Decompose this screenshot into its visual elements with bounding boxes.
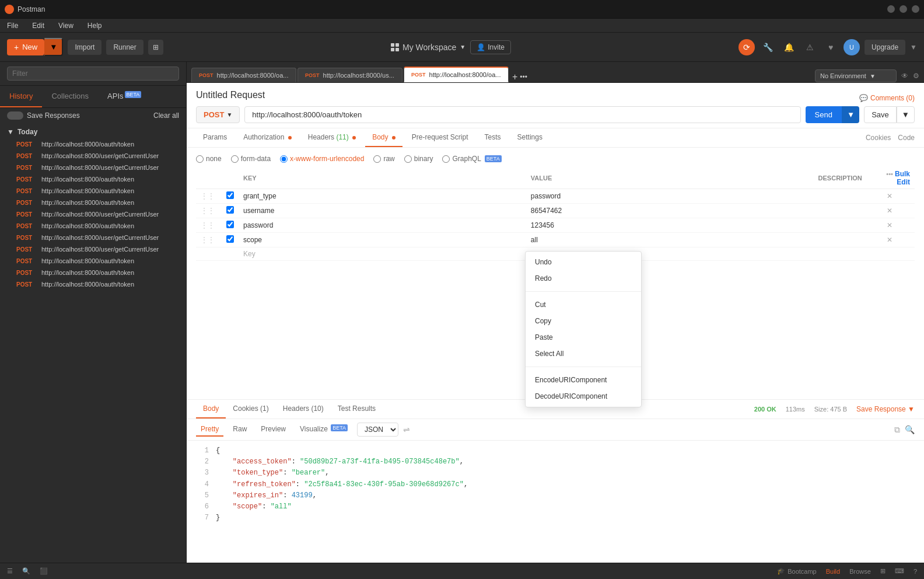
menu-edit[interactable]: Edit [30, 20, 47, 31]
new-dropdown-button[interactable]: ▼ [44, 38, 63, 56]
close-button[interactable] [912, 5, 919, 13]
comments-button[interactable]: 💬 Comments (0) [859, 94, 915, 102]
req-tab-params[interactable]: Params [196, 128, 234, 147]
status-bar-build[interactable]: Build [826, 568, 840, 575]
status-bar-help-icon[interactable]: ? [914, 568, 917, 575]
row-checkbox[interactable] [226, 235, 234, 243]
save-responses-toggle-switch[interactable] [7, 111, 23, 120]
request-tab-1[interactable]: POST http://localhost:8000/us... [298, 68, 402, 82]
clear-all-button[interactable]: Clear all [153, 111, 179, 120]
history-item[interactable]: POST http://localhost:8000/user/getCurre… [0, 150, 186, 162]
workspace-button[interactable]: My Workspace ▼ [391, 43, 466, 52]
body-type-binary[interactable]: binary [404, 155, 433, 163]
history-item[interactable]: POST http://localhost:8000/user/getCurre… [0, 208, 186, 220]
user-avatar[interactable]: U [844, 39, 860, 55]
context-menu-decode[interactable]: DecodeURIComponent [526, 388, 641, 404]
status-bar-search[interactable]: 🔍 [22, 567, 30, 575]
row-close-icon[interactable]: ✕ [887, 236, 892, 244]
history-item[interactable]: POST http://localhost:8000/oauth/token [0, 255, 186, 267]
alert-icon-button[interactable]: ⚠ [802, 39, 818, 55]
menu-help[interactable]: Help [85, 20, 104, 31]
runner-button[interactable]: Runner [106, 40, 143, 55]
menu-view[interactable]: View [56, 20, 76, 31]
method-select[interactable]: POST ▼ [196, 106, 240, 123]
context-menu-paste[interactable]: Paste [526, 329, 641, 346]
status-bar-bootcamp[interactable]: 🎓 Bootcamp [777, 567, 817, 575]
wrench-icon-button[interactable]: 🔧 [760, 39, 776, 55]
req-tab-settings[interactable]: Settings [510, 128, 550, 147]
row-close-icon[interactable]: ✕ [887, 207, 892, 215]
drag-handle-icon[interactable]: ⋮⋮ [201, 207, 215, 215]
wrap-text-button[interactable]: ⇌ [403, 425, 410, 434]
send-dropdown-button[interactable]: ▼ [842, 106, 859, 123]
req-tab-body[interactable]: Body [365, 128, 402, 147]
save-button[interactable]: Save [864, 106, 897, 123]
context-menu-redo[interactable]: Redo [526, 270, 641, 287]
row-checkbox[interactable] [226, 221, 234, 228]
tabs-more-button[interactable]: ••• [520, 73, 527, 81]
body-type-raw[interactable]: raw [373, 155, 394, 163]
drag-handle-icon[interactable]: ⋮⋮ [201, 236, 215, 244]
invite-button[interactable]: 👤 Invite [470, 40, 511, 54]
history-group-title[interactable]: ▼ Today [7, 128, 179, 136]
format-select[interactable]: JSON XML HTML Text [357, 423, 398, 437]
sidebar-tab-apis[interactable]: APIsBETA [98, 86, 150, 107]
resp-format-raw[interactable]: Raw [228, 423, 251, 437]
history-item[interactable]: POST http://localhost:8000/oauth/token [0, 173, 186, 185]
resp-tab-body[interactable]: Body [196, 400, 226, 418]
resp-tab-cookies[interactable]: Cookies (1) [226, 400, 275, 418]
history-item[interactable]: POST http://localhost:8000/oauth/token [0, 138, 186, 150]
resp-format-preview[interactable]: Preview [256, 423, 290, 437]
heart-icon-button[interactable]: ♥ [822, 39, 839, 55]
bulk-edit-button[interactable]: Bulk Edit [895, 170, 910, 186]
new-button[interactable]: + New [7, 39, 44, 55]
request-tab-0[interactable]: POST http://localhost:8000/oa... [191, 68, 296, 82]
history-item[interactable]: POST http://localhost:8000/oauth/token [0, 220, 186, 232]
add-tab-button[interactable]: + [512, 72, 517, 82]
body-type-form-data[interactable]: form-data [231, 155, 271, 163]
body-type-urlencoded[interactable]: x-www-form-urlencoded [280, 155, 364, 163]
restore-button[interactable] [900, 5, 907, 13]
row-checkbox[interactable] [226, 206, 234, 214]
send-button[interactable]: Send [806, 106, 842, 123]
more-actions-icon[interactable]: ••• [886, 170, 893, 177]
cookies-link[interactable]: Cookies [866, 134, 891, 142]
status-bar-console[interactable]: ⬛ [40, 567, 48, 575]
history-item[interactable]: POST http://localhost:8000/user/getCurre… [0, 243, 186, 255]
row-checkbox[interactable] [226, 191, 234, 199]
status-bar-grid-icon[interactable]: ⊞ [880, 567, 886, 575]
history-item[interactable]: POST http://localhost:8000/user/getCurre… [0, 162, 186, 173]
resp-format-pretty[interactable]: Pretty [196, 423, 223, 437]
status-bar-browse[interactable]: Browse [849, 568, 871, 575]
upgrade-button[interactable]: Upgrade [864, 40, 905, 55]
row-close-icon[interactable]: ✕ [887, 221, 892, 229]
menu-file[interactable]: File [5, 20, 20, 31]
context-menu-copy[interactable]: Copy [526, 313, 641, 329]
search-response-button[interactable]: 🔍 [905, 425, 915, 435]
code-link[interactable]: Code [898, 134, 915, 142]
save-response-button[interactable]: Save Response ▼ [856, 405, 915, 413]
history-item[interactable]: POST http://localhost:8000/oauth/token [0, 267, 186, 278]
context-menu-encode[interactable]: EncodeURIComponent [526, 372, 641, 388]
req-tab-headers[interactable]: Headers (11) [301, 128, 363, 147]
history-item[interactable]: POST http://localhost:8000/oauth/token [0, 278, 186, 290]
request-tab-2[interactable]: POST http://localhost:8000/oa... [404, 67, 509, 82]
context-menu-select-all[interactable]: Select All [526, 346, 641, 362]
status-bar-sidebar-toggle[interactable]: ☰ [7, 567, 13, 575]
req-tab-tests[interactable]: Tests [478, 128, 508, 147]
environment-select[interactable]: No Environment ▼ [815, 69, 897, 82]
body-type-none[interactable]: none [196, 155, 222, 163]
row-close-icon[interactable]: ✕ [887, 192, 892, 200]
window-controls[interactable] [887, 5, 919, 13]
notification-icon-button[interactable]: 🔔 [780, 39, 797, 55]
resp-tab-headers[interactable]: Headers (10) [276, 400, 331, 418]
sync-button[interactable]: ⟳ [738, 39, 755, 55]
drag-handle-icon[interactable]: ⋮⋮ [201, 221, 215, 229]
import-button[interactable]: Import [68, 40, 102, 55]
resp-format-visualize[interactable]: Visualize BETA [295, 423, 352, 437]
context-menu-cut[interactable]: Cut [526, 297, 641, 313]
status-bar-keyboard-icon[interactable]: ⌨ [895, 567, 904, 575]
minimize-button[interactable] [887, 5, 895, 13]
search-input[interactable] [7, 67, 179, 81]
resp-tab-test-results[interactable]: Test Results [331, 400, 383, 418]
